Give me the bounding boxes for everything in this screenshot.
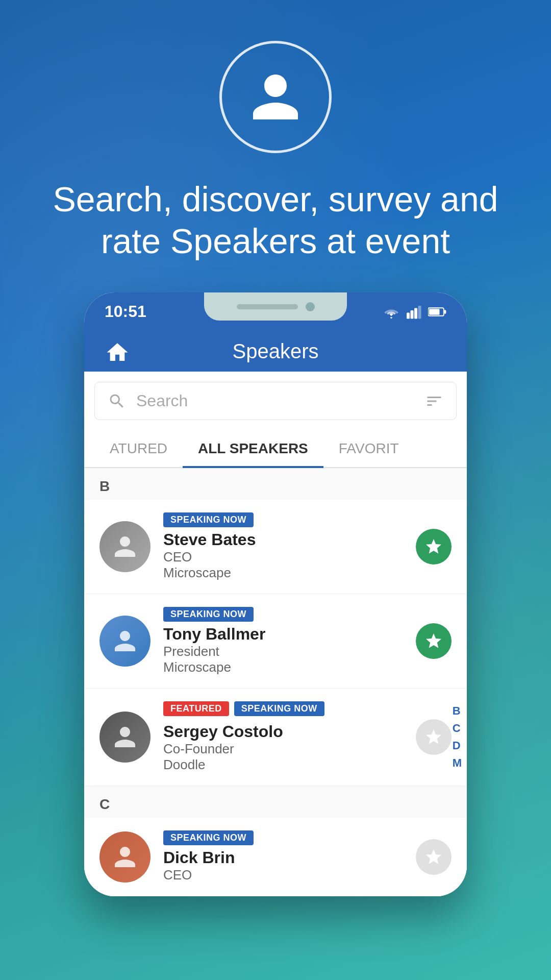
speaker-avatar-sergey (99, 712, 151, 763)
phone-notch (204, 292, 347, 321)
speaker-item-steve-bates[interactable]: SPEAKING NOW Steve Bates CEO Microscape (84, 500, 467, 594)
nav-bar: Speakers (84, 331, 467, 372)
search-icon (108, 392, 126, 410)
avatar-person-icon-3 (110, 722, 140, 752)
speaker-avatar-icon (219, 41, 332, 153)
favorite-button-dick[interactable] (416, 839, 452, 875)
favorite-button-steve[interactable] (416, 529, 452, 565)
person-icon (247, 69, 304, 125)
speaker-role-sergey: Co-Founder (163, 741, 403, 757)
speaker-name-steve: Steve Bates (163, 530, 403, 549)
svg-rect-3 (418, 306, 421, 319)
speaker-avatar-tony (99, 616, 151, 667)
speaker-role-steve: CEO (163, 549, 403, 565)
battery-icon (428, 306, 446, 317)
speaker-avatar-steve (99, 521, 151, 572)
svg-rect-2 (414, 308, 417, 318)
favorite-button-sergey[interactable] (416, 719, 452, 755)
index-letter-m[interactable]: M (453, 756, 462, 770)
speaker-item-sergey[interactable]: FEATURED SPEAKING NOW Sergey Costolo Co-… (84, 689, 467, 786)
speaker-name-tony: Tony Ballmer (163, 625, 403, 644)
section-header-c: C (84, 786, 467, 818)
star-icon (424, 537, 443, 556)
svg-rect-6 (444, 310, 446, 314)
wifi-icon (382, 305, 400, 319)
home-icon (105, 340, 130, 363)
phone-mockup: 10:51 (84, 292, 467, 896)
hero-section: Search, discover, survey and rate Speake… (0, 0, 551, 896)
signal-icon (407, 305, 422, 319)
speaker-info-sergey: FEATURED SPEAKING NOW Sergey Costolo Co-… (163, 701, 403, 773)
svg-rect-0 (407, 312, 410, 318)
tabs-row: ATURED ALL SPEAKERS FAVORIT (84, 430, 467, 468)
featured-badge-sergey: FEATURED (163, 701, 229, 716)
search-input[interactable]: Search (136, 391, 415, 410)
index-sidebar: B C D M (453, 704, 462, 770)
avatar-person-icon-4 (110, 842, 140, 872)
speaker-role-dick: CEO (163, 867, 403, 883)
sort-icon[interactable] (425, 392, 443, 410)
speaker-company-steve: Microscape (163, 565, 403, 581)
speaker-info-tony: SPEAKING NOW Tony Ballmer President Micr… (163, 607, 403, 675)
section-header-b: B (84, 468, 467, 500)
star-icon-4 (424, 848, 443, 866)
nav-title: Speakers (130, 340, 421, 363)
tab-favorites[interactable]: FAVORIT (323, 430, 414, 467)
notch-dot (306, 302, 315, 311)
svg-rect-5 (429, 309, 440, 315)
avatar-person-icon-2 (110, 626, 140, 656)
speaking-now-badge-tony: SPEAKING NOW (163, 607, 254, 622)
speaker-name-dick: Dick Brin (163, 848, 403, 867)
status-icons (382, 305, 446, 319)
speaking-now-badge-sergey: SPEAKING NOW (234, 701, 324, 716)
speaker-company-sergey: Doodle (163, 757, 403, 773)
tab-all-speakers[interactable]: ALL SPEAKERS (183, 430, 323, 467)
hero-title: Search, discover, survey and rate Speake… (0, 179, 551, 262)
speaker-name-sergey: Sergey Costolo (163, 722, 403, 741)
speaker-company-tony: Microscape (163, 659, 403, 675)
star-icon-2 (424, 632, 443, 650)
index-letter-b[interactable]: B (453, 704, 462, 718)
star-icon-3 (424, 728, 443, 746)
index-letter-d[interactable]: D (453, 739, 462, 752)
speaking-now-badge-steve: SPEAKING NOW (163, 512, 254, 527)
svg-rect-1 (411, 310, 414, 319)
status-time: 10:51 (105, 302, 146, 321)
speaker-info-steve: SPEAKING NOW Steve Bates CEO Microscape (163, 512, 403, 581)
speaker-info-dick: SPEAKING NOW Dick Brin CEO (163, 830, 403, 883)
speaker-item-dick-brin[interactable]: SPEAKING NOW Dick Brin CEO (84, 818, 467, 896)
notch-bar (237, 304, 298, 309)
search-bar[interactable]: Search (94, 382, 457, 420)
speaker-avatar-dick (99, 831, 151, 883)
speaking-now-badge-dick: SPEAKING NOW (163, 830, 254, 845)
avatar-person-icon (110, 531, 140, 562)
index-letter-c[interactable]: C (453, 722, 462, 735)
tab-featured[interactable]: ATURED (94, 430, 183, 467)
speaker-role-tony: President (163, 644, 403, 659)
speaker-item-tony-ballmer[interactable]: SPEAKING NOW Tony Ballmer President Micr… (84, 594, 467, 689)
favorite-button-tony[interactable] (416, 623, 452, 659)
